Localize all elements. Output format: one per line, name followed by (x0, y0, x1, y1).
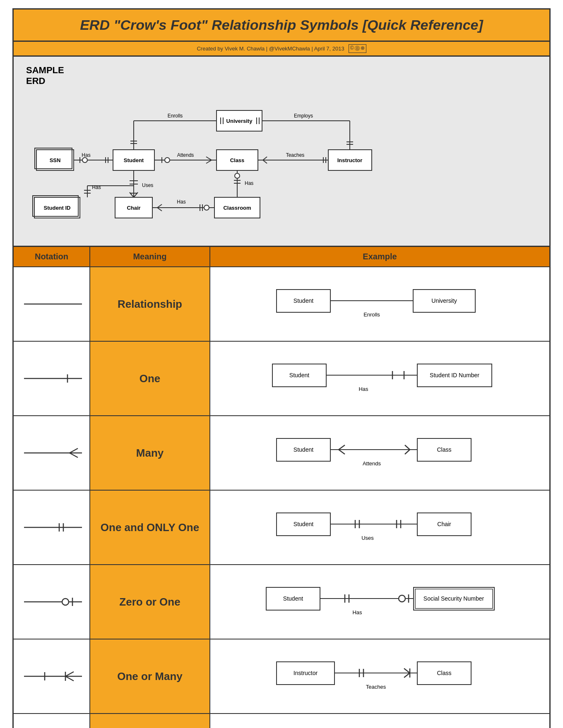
svg-line-36 (206, 160, 212, 163)
example-svg-zero-or-many: Classroom Chair Has (256, 724, 504, 728)
svg-line-71 (157, 208, 162, 211)
notation-svg-zero-or-one (20, 592, 83, 612)
notation-one-or-many (14, 639, 90, 713)
svg-text:Instructor: Instructor (293, 670, 318, 676)
cc-icons: © Ⓑ ⊗ (349, 44, 366, 53)
notation-one-only (14, 491, 90, 564)
svg-text:Chair: Chair (437, 521, 451, 527)
svg-text:Instructor: Instructor (337, 157, 363, 163)
notation-svg-relationship (20, 294, 83, 314)
svg-text:Student: Student (293, 297, 313, 304)
meaning-one: One (90, 342, 210, 415)
svg-line-136 (65, 676, 74, 681)
main-title: ERD "Crow's Foot" Relationship Symbols [… (22, 17, 541, 33)
svg-line-104 (405, 450, 410, 454)
svg-line-95 (70, 453, 78, 457)
by-icon: Ⓑ (355, 45, 360, 52)
svg-text:Social Security Number: Social Security Number (423, 595, 484, 602)
main-header: ERD "Crow's Foot" Relationship Symbols [… (14, 10, 549, 42)
example-svg-one-only: Student Chair Uses (256, 500, 504, 554)
svg-text:University: University (431, 297, 457, 304)
row-one-or-many: One or Many Instructor Class (14, 639, 549, 714)
svg-text:Teaches: Teaches (366, 684, 386, 690)
svg-point-120 (62, 599, 69, 605)
main-container: ERD "Crow's Foot" Relationship Symbols [… (12, 8, 551, 728)
svg-text:Has: Has (358, 386, 368, 392)
svg-line-103 (405, 445, 410, 450)
example-svg-one: Student Student ID Number Has (252, 352, 508, 405)
svg-text:Uses: Uses (142, 182, 153, 188)
meaning-zero-or-many: Zero or Many (90, 714, 210, 728)
notation-table: Notation Meaning Example Relationship St… (14, 247, 549, 728)
svg-line-70 (157, 204, 162, 208)
example-one-or-many: Instructor Class Teaches (210, 639, 549, 713)
meaning-many: Many (90, 416, 210, 490)
svg-text:University: University (226, 118, 253, 124)
meaning-one-or-many: One or Many (90, 639, 210, 713)
svg-text:Has: Has (82, 152, 90, 158)
svg-line-102 (339, 450, 345, 454)
header-notation: Notation (14, 247, 90, 266)
svg-text:Student: Student (293, 521, 313, 527)
meaning-one-only: One and ONLY One (90, 491, 210, 564)
svg-line-135 (65, 672, 74, 676)
notation-zero-or-many (14, 714, 90, 728)
svg-text:Uses: Uses (361, 535, 374, 541)
svg-text:Student: Student (283, 595, 303, 602)
row-zero-or-one: Zero or One Student Social Security Numb… (14, 565, 549, 639)
svg-text:Employs: Employs (294, 113, 313, 119)
svg-text:Student: Student (124, 157, 144, 163)
svg-point-34 (165, 158, 170, 163)
example-svg-relationship: Student University Enrolls (256, 277, 504, 331)
svg-text:Class: Class (230, 157, 245, 163)
example-one: Student Student ID Number Has (210, 342, 549, 415)
row-one-and-only-one: One and ONLY One Student Chair Uses (14, 491, 549, 565)
erd-section: SAMPLEERD SSN Student ID Student Chair U… (14, 57, 549, 247)
svg-text:SSN: SSN (50, 157, 61, 163)
header-example: Example (210, 247, 549, 266)
example-many: Student Class Attends (210, 416, 549, 490)
erd-canvas: SSN Student ID Student Chair University … (14, 61, 527, 239)
svg-line-35 (206, 157, 212, 160)
meaning-relationship: Relationship (90, 267, 210, 341)
svg-line-146 (404, 673, 410, 678)
svg-line-94 (70, 448, 78, 453)
svg-text:Class: Class (437, 446, 451, 453)
svg-line-145 (404, 668, 410, 673)
svg-line-60 (263, 160, 267, 163)
svg-text:Has: Has (245, 180, 253, 186)
svg-line-59 (263, 157, 267, 160)
svg-text:Enrolls: Enrolls (168, 113, 183, 119)
example-one-only: Student Chair Uses (210, 491, 549, 564)
notation-svg-one-or-many (20, 666, 83, 687)
notation-svg-one-only (20, 517, 83, 538)
svg-point-130 (399, 595, 405, 602)
svg-text:Student ID Number: Student ID Number (430, 372, 479, 378)
example-zero-or-many: Classroom Chair Has (210, 714, 549, 728)
svg-text:Classroom: Classroom (223, 205, 251, 211)
subtitle-text: Created by Vivek M. Chawla | @VivekMChaw… (197, 46, 344, 52)
svg-text:Student: Student (293, 446, 313, 453)
svg-line-101 (339, 445, 345, 450)
svg-text:Has: Has (352, 609, 362, 615)
svg-text:Student: Student (289, 372, 309, 378)
notation-one (14, 342, 90, 415)
nc-icon: ⊗ (361, 45, 365, 52)
svg-text:Class: Class (437, 670, 451, 676)
notation-zero-or-one (14, 565, 90, 639)
sub-header: Created by Vivek M. Chawla | @VivekMChaw… (14, 42, 549, 57)
notation-relationship (14, 267, 90, 341)
row-relationship: Relationship Student University Enrolls (14, 267, 549, 342)
svg-text:Attends: Attends (362, 460, 381, 467)
svg-point-65 (235, 173, 240, 178)
meaning-zero-or-one: Zero or One (90, 565, 210, 639)
example-svg-many: Student Class Attends (256, 426, 504, 480)
svg-text:Teaches: Teaches (286, 152, 305, 158)
table-header: Notation Meaning Example (14, 247, 549, 267)
notation-svg-one (20, 368, 83, 389)
svg-point-72 (204, 205, 209, 210)
svg-point-20 (82, 158, 87, 163)
svg-text:Chair: Chair (127, 205, 140, 211)
example-svg-one-or-many: Instructor Class Teaches (256, 649, 504, 703)
row-one: One Student Student ID Number Has (14, 342, 549, 416)
